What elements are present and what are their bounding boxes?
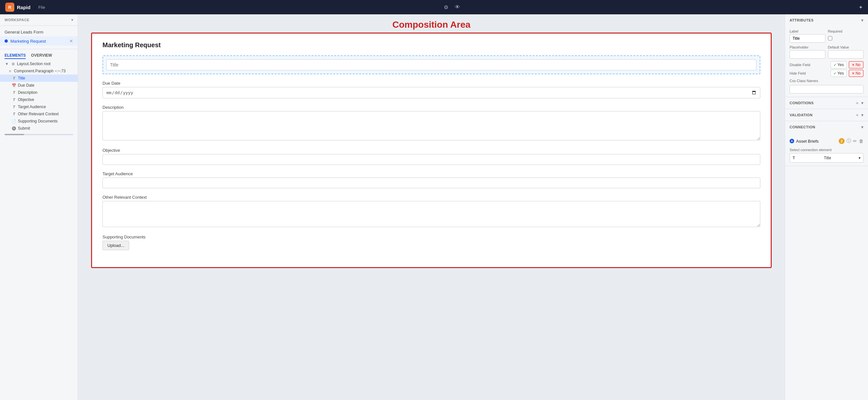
- disable-no-label: No: [856, 62, 861, 67]
- date-icon: 📅: [12, 83, 16, 88]
- other-relevant-input[interactable]: [102, 201, 760, 227]
- main: WORKSPACE ▾ General Leads Form Marketing…: [0, 14, 868, 400]
- objective-label: Objective: [102, 148, 760, 153]
- target-audience-input[interactable]: [102, 177, 760, 188]
- tab-overview[interactable]: OVERVIEW: [31, 53, 52, 59]
- logo-icon: R: [5, 3, 14, 12]
- description-input[interactable]: [102, 111, 760, 140]
- due-date-input[interactable]: [102, 87, 760, 98]
- text-icon: T: [12, 90, 16, 94]
- disable-no-btn[interactable]: ✕ No: [849, 61, 863, 68]
- sidebar: WORKSPACE ▾ General Leads Form Marketing…: [0, 14, 78, 400]
- connection-element-label: Select connection element: [789, 148, 863, 152]
- disable-yes-btn[interactable]: ✓ Yes: [831, 61, 847, 68]
- connection-element-select[interactable]: T Title ▾: [789, 153, 863, 163]
- tree-item-title[interactable]: T Title: [0, 75, 78, 82]
- connection-body: A Asset Briefs 2 ⓘ ✏ 🗑 Select connection…: [785, 133, 868, 166]
- connection-badge: 2: [839, 138, 844, 144]
- hide-field-row: Hide Field ✓ Yes ✕ No: [789, 70, 863, 77]
- placeholder-input[interactable]: [789, 50, 826, 59]
- edit-icon[interactable]: ✏: [853, 138, 857, 144]
- upload-button[interactable]: Upload...: [102, 241, 129, 250]
- placeholder-label: Placeholder: [789, 45, 826, 49]
- title-field-wrap[interactable]: [102, 55, 760, 74]
- T-icon: T: [793, 155, 795, 160]
- tree-item-objective[interactable]: T Objective: [0, 96, 78, 103]
- label-field-label: Label: [789, 29, 826, 33]
- settings-icon[interactable]: ✦: [859, 4, 863, 10]
- due-date-label: Due Date: [102, 81, 760, 86]
- delete-icon[interactable]: 🗑: [859, 138, 863, 144]
- workspace-chevron[interactable]: ▾: [71, 18, 73, 22]
- sidebar-tree: ▼ ⊞ Layout.Section root ≡ Component.Para…: [0, 60, 78, 132]
- sidebar-items-list: General Leads Form Marketing Request ✕: [0, 26, 78, 48]
- workspace-label: WORKSPACE: [5, 18, 29, 22]
- info-icon[interactable]: ⓘ: [846, 138, 851, 144]
- placeholder-group: Placeholder: [789, 45, 826, 59]
- css-class-group: Css Class Names: [789, 79, 863, 93]
- validation-controls: + ▾: [856, 112, 863, 118]
- composition-inner: Marketing Request Due Date Description O…: [91, 33, 772, 268]
- connection-dot: A: [789, 139, 794, 143]
- hide-no-btn[interactable]: ✕ No: [849, 70, 863, 77]
- tree-item-supporting-docs[interactable]: 📄 Supporting Documents: [0, 118, 78, 125]
- collapse-icon[interactable]: ▾: [861, 100, 863, 106]
- tree-item-layout-section[interactable]: ▼ ⊞ Layout.Section root: [0, 60, 78, 67]
- label-field-group: Label: [789, 29, 826, 43]
- tree-item-label: Objective: [18, 97, 73, 102]
- tree-item-description[interactable]: T Description: [0, 89, 78, 96]
- hide-yes-label: Yes: [837, 71, 844, 76]
- collapse-icon[interactable]: ▾: [861, 124, 863, 130]
- connection-element-group: Select connection element T Title ▾: [789, 148, 863, 163]
- css-class-input[interactable]: [789, 85, 863, 93]
- tools-icon[interactable]: ⚙: [444, 4, 448, 10]
- close-icon[interactable]: ✕: [69, 38, 73, 44]
- hide-field-label: Hide Field: [789, 72, 828, 75]
- tree-item-label: Description: [18, 90, 73, 95]
- composition-header: Composition Area: [78, 14, 785, 33]
- tree-item-submit[interactable]: 🔘 Submit: [0, 125, 78, 132]
- tab-elements[interactable]: ELEMENTS: [5, 53, 26, 59]
- label-input[interactable]: [789, 34, 826, 43]
- other-relevant-label: Other Relevant Context: [102, 195, 760, 200]
- title-input[interactable]: [106, 59, 756, 70]
- tree-item-target-audience[interactable]: T Target Audience: [0, 103, 78, 110]
- hide-yes-btn[interactable]: ✓ Yes: [831, 70, 847, 77]
- tree-item-other-relevant[interactable]: T Other Relevant Context: [0, 110, 78, 118]
- text-icon: T: [12, 76, 16, 80]
- active-dot: [5, 39, 8, 43]
- sidebar-item-general-leads[interactable]: General Leads Form: [0, 28, 78, 36]
- hide-field-toggle: ✓ Yes ✕ No: [831, 70, 863, 77]
- selected-element: Title: [824, 156, 831, 160]
- right-panel: ATTRIBUTES ▾ Label Required: [785, 14, 868, 400]
- connection-controls: ▾: [861, 124, 863, 130]
- validation-header[interactable]: VALIDATION + ▾: [785, 109, 868, 121]
- default-value-input[interactable]: [828, 50, 864, 59]
- collapse-icon[interactable]: ▾: [861, 112, 863, 118]
- cross-icon: ✕: [852, 63, 855, 67]
- tree-item-label: Target Audience: [18, 105, 73, 109]
- sidebar-item-marketing-request[interactable]: Marketing Request ✕: [0, 36, 78, 46]
- conditions-header[interactable]: CONDITIONS + ▾: [785, 97, 868, 109]
- scrollbar[interactable]: [5, 134, 73, 135]
- tree-item-component-para[interactable]: ≡ Component.Paragraph ~:~:73: [0, 67, 78, 75]
- eye-icon[interactable]: 👁: [455, 4, 460, 10]
- add-condition-icon[interactable]: +: [856, 100, 859, 106]
- collapse-icon[interactable]: ▾: [861, 18, 863, 23]
- objective-input[interactable]: [102, 154, 760, 165]
- tree-item-due-date[interactable]: 📅 Due Date: [0, 82, 78, 89]
- connection-title: CONNECTION: [789, 125, 815, 129]
- attributes-header[interactable]: ATTRIBUTES ▾: [785, 14, 868, 26]
- sidebar-divider: [0, 49, 78, 49]
- disable-yes-label: Yes: [837, 62, 844, 67]
- target-audience-label: Target Audience: [102, 171, 760, 176]
- default-value-group: Default Value: [828, 45, 864, 59]
- connection-header[interactable]: CONNECTION ▾: [785, 121, 868, 133]
- required-field-group: Required: [828, 29, 864, 43]
- nav-file[interactable]: File: [38, 5, 45, 10]
- attributes-title: ATTRIBUTES: [789, 18, 814, 22]
- button-icon: 🔘: [12, 126, 16, 131]
- add-validation-icon[interactable]: +: [856, 112, 859, 118]
- conditions-title: CONDITIONS: [789, 101, 814, 105]
- required-checkbox[interactable]: [828, 36, 832, 40]
